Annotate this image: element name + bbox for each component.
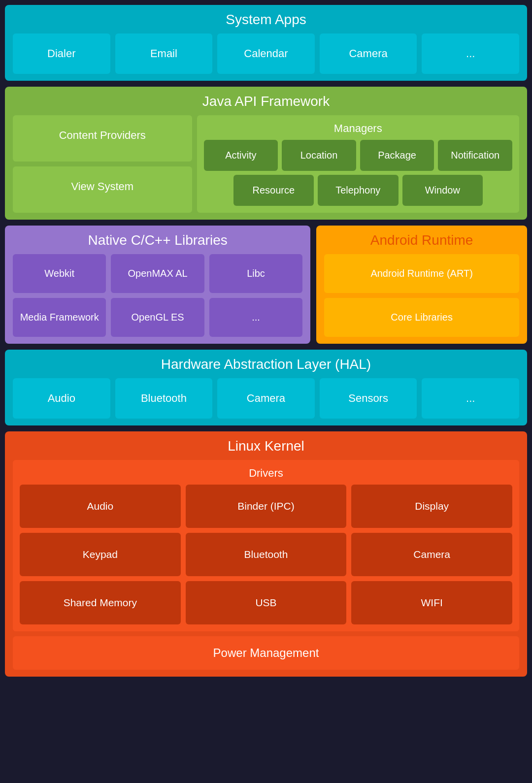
java-api-content: Content Providers View System Managers A…	[13, 115, 519, 213]
driver-audio: Audio	[20, 485, 181, 528]
driver-wifi: WIFI	[351, 581, 512, 624]
managers-row1: Activity Location Package Notification	[204, 140, 512, 171]
power-management: Power Management	[13, 636, 519, 670]
manager-location: Location	[282, 140, 356, 171]
driver-keypad: Keypad	[20, 533, 181, 576]
managers-row2: Resource Telephony Window	[204, 175, 512, 206]
android-runtime-title: Android Runtime	[324, 232, 519, 248]
native-media: Media Framework	[13, 298, 106, 337]
native-openmax: OpenMAX AL	[111, 254, 204, 293]
driver-shared-memory: Shared Memory	[20, 581, 181, 624]
native-opengl: OpenGL ES	[111, 298, 204, 337]
hal-camera: Camera	[217, 378, 315, 419]
runtime-core-libs: Core Libraries	[324, 298, 519, 337]
manager-window: Window	[402, 175, 483, 206]
native-cpp-layer: Native C/C++ Libraries Webkit OpenMAX AL…	[5, 226, 310, 344]
hal-bluetooth: Bluetooth	[115, 378, 213, 419]
manager-activity: Activity	[204, 140, 278, 171]
drivers-grid: Audio Binder (IPC) Display Keypad Blueto…	[20, 485, 512, 624]
runtime-grid: Android Runtime (ART) Core Libraries	[324, 254, 519, 337]
managers-box: Managers Activity Location Package Notif…	[197, 115, 519, 213]
java-api-layer: Java API Framework Content Providers Vie…	[5, 87, 527, 220]
hal-more: ...	[422, 378, 519, 419]
view-system-tile: View System	[13, 166, 192, 213]
java-api-title: Java API Framework	[13, 94, 519, 109]
driver-bluetooth: Bluetooth	[186, 533, 347, 576]
native-libc: Libc	[209, 254, 302, 293]
runtime-art: Android Runtime (ART)	[324, 254, 519, 293]
driver-binder: Binder (IPC)	[186, 485, 347, 528]
driver-usb: USB	[186, 581, 347, 624]
native-cpp-title: Native C/C++ Libraries	[13, 232, 302, 248]
app-tile-calendar: Calendar	[217, 33, 315, 74]
linux-kernel-layer: Linux Kernel Drivers Audio Binder (IPC) …	[5, 431, 527, 677]
hal-layer: Hardware Abstraction Layer (HAL) Audio B…	[5, 350, 527, 425]
hal-grid: Audio Bluetooth Camera Sensors ...	[13, 378, 519, 419]
app-tile-dialer: Dialer	[13, 33, 110, 74]
native-more: ...	[209, 298, 302, 337]
driver-camera: Camera	[351, 533, 512, 576]
system-apps-grid: Dialer Email Calendar Camera ...	[13, 33, 519, 74]
hal-audio: Audio	[13, 378, 110, 419]
manager-resource: Resource	[233, 175, 314, 206]
app-tile-email: Email	[115, 33, 213, 74]
app-tile-more: ...	[422, 33, 519, 74]
driver-display: Display	[351, 485, 512, 528]
managers-title: Managers	[204, 122, 512, 135]
drivers-title: Drivers	[20, 467, 512, 480]
hal-sensors: Sensors	[320, 378, 417, 419]
app-tile-camera: Camera	[320, 33, 417, 74]
linux-kernel-title: Linux Kernel	[13, 438, 519, 454]
drivers-box: Drivers Audio Binder (IPC) Display Keypa…	[13, 460, 519, 631]
system-apps-title: System Apps	[13, 12, 519, 28]
content-providers-tile: Content Providers	[13, 115, 192, 162]
manager-package: Package	[360, 140, 434, 171]
native-webkit: Webkit	[13, 254, 106, 293]
manager-telephony: Telephony	[318, 175, 398, 206]
manager-notification: Notification	[438, 140, 512, 171]
system-apps-layer: System Apps Dialer Email Calendar Camera…	[5, 5, 527, 81]
android-runtime-layer: Android Runtime Android Runtime (ART) Co…	[316, 226, 527, 344]
java-left: Content Providers View System	[13, 115, 192, 213]
native-grid: Webkit OpenMAX AL Libc Media Framework O…	[13, 254, 302, 337]
hal-title: Hardware Abstraction Layer (HAL)	[13, 357, 519, 372]
native-runtime-row: Native C/C++ Libraries Webkit OpenMAX AL…	[5, 226, 527, 344]
